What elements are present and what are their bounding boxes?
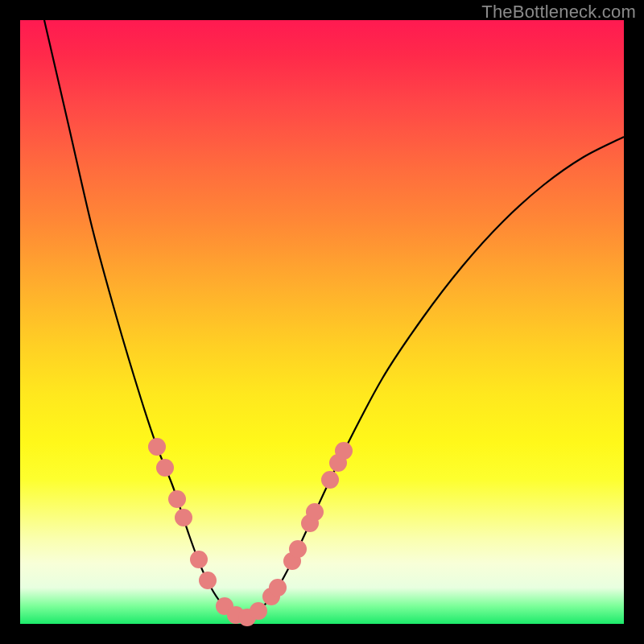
curve-marker xyxy=(148,438,166,456)
curve-marker xyxy=(306,503,324,521)
curve-marker xyxy=(321,471,339,489)
curve-marker xyxy=(168,490,186,508)
curve-marker xyxy=(175,509,192,526)
watermark-text: TheBottleneck.com xyxy=(481,2,636,23)
curve-marker xyxy=(250,602,267,620)
plot-area xyxy=(20,20,624,624)
curve-marker xyxy=(156,459,174,477)
curve-markers xyxy=(148,438,353,626)
chart-svg xyxy=(20,20,624,624)
curve-marker xyxy=(269,579,287,597)
curve-marker xyxy=(190,551,208,568)
chart-frame: TheBottleneck.com xyxy=(0,0,644,644)
curve-marker xyxy=(199,572,217,589)
curve-marker xyxy=(289,540,307,558)
curve-marker xyxy=(335,442,353,460)
bottleneck-curve xyxy=(44,20,624,618)
